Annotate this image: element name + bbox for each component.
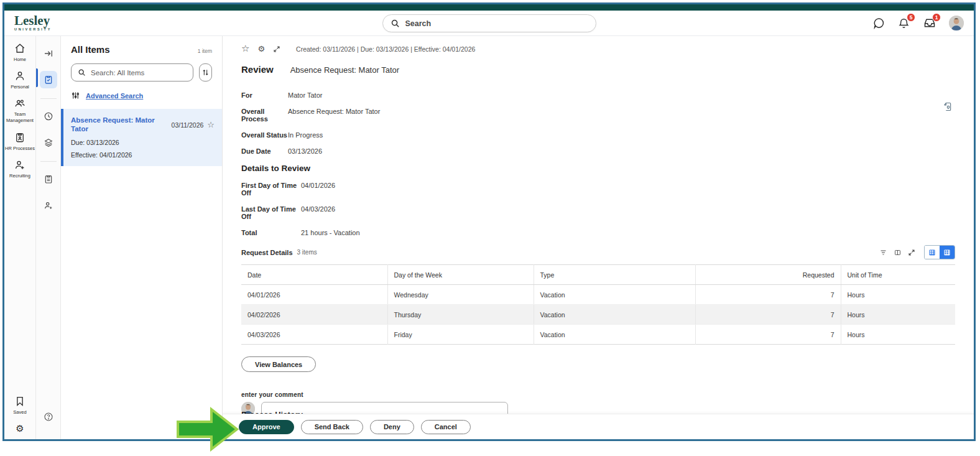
column-header[interactable]: Type	[534, 265, 695, 285]
profile-avatar[interactable]	[949, 16, 964, 30]
chat-icon[interactable]	[872, 17, 885, 29]
filter-icon[interactable]	[879, 249, 887, 256]
column-header[interactable]: Unit of Time	[841, 265, 955, 285]
divider	[40, 161, 57, 162]
details-heading: Details to Review	[241, 164, 955, 173]
field-value: 04/03/2026	[301, 205, 335, 213]
cell-requested: 7	[695, 305, 841, 325]
panel-search[interactable]	[71, 63, 193, 81]
cell-unit: Hours	[841, 325, 955, 345]
divider	[40, 98, 57, 99]
collapse-arrow-icon	[44, 49, 53, 58]
task-meta: Created: 03/11/2026 | Due: 03/13/2026 | …	[296, 45, 475, 53]
compact-grid-button[interactable]	[925, 246, 940, 259]
panel-item-count: 1 item	[198, 48, 212, 54]
inbox-badge: 1	[932, 13, 941, 22]
grid-view-toggle	[924, 245, 955, 259]
field-label: Total	[241, 229, 301, 236]
sidebar-item-recruiting[interactable]: Recruiting	[4, 159, 35, 179]
sidebar-item-saved[interactable]: Saved	[4, 396, 35, 416]
expand-table-icon[interactable]	[908, 249, 915, 256]
home-icon	[14, 43, 25, 54]
clipboard-list-icon	[44, 174, 53, 184]
sidebar-item-home[interactable]: Home	[4, 43, 35, 63]
table-row[interactable]: 04/01/2026 Wednesday Vacation 7 Hours	[241, 285, 955, 305]
tab-recent[interactable]	[40, 108, 57, 125]
expanded-grid-button[interactable]	[940, 246, 955, 259]
team-icon	[14, 98, 25, 109]
clipboard-check-icon	[44, 75, 53, 85]
view-balances-button[interactable]: View Balances	[241, 356, 316, 372]
global-search-input[interactable]	[405, 19, 588, 28]
sliders-icon	[71, 91, 80, 100]
page-subtitle: Absence Request: Mator Tator	[290, 65, 399, 75]
lesley-logo[interactable]: Lesley UNIVERSITY	[14, 14, 52, 32]
grid-icon	[928, 249, 936, 256]
table-title: Request Details	[241, 249, 293, 256]
cell-date: 04/01/2026	[241, 285, 387, 305]
column-header[interactable]: Requested	[695, 265, 841, 285]
field-value: 03/13/2026	[288, 147, 322, 155]
task-item-due: Due: 03/13/2026	[71, 139, 215, 146]
settings-gear-icon[interactable]: ⚙	[16, 423, 24, 434]
app-header: Lesley UNIVERSITY 5 1	[4, 11, 974, 36]
panel-title: All Items	[71, 44, 110, 55]
column-header[interactable]: Day of the Week	[387, 265, 534, 285]
favorite-star-icon[interactable]: ☆	[207, 121, 215, 129]
global-search[interactable]	[382, 14, 596, 32]
sidebar-item-hr-processes[interactable]: HR Processes	[4, 132, 35, 152]
request-details-table: Date Day of the Week Type Requested Unit…	[241, 264, 955, 345]
table-row[interactable]: 04/03/2026 Friday Vacation 7 Hours	[241, 325, 955, 345]
expand-icon[interactable]	[273, 45, 280, 53]
cell-requested: 7	[695, 285, 841, 305]
collapse-panel-button[interactable]	[40, 45, 57, 62]
cell-day: Thursday	[387, 305, 534, 325]
field-label: Last Day of Time Off	[241, 205, 301, 220]
cell-type: Vacation	[534, 285, 695, 305]
field-value: Mator Tator	[288, 91, 322, 99]
field-label: First Day of Time Off	[241, 182, 301, 197]
tab-delegations[interactable]	[40, 197, 57, 214]
bookmark-icon	[14, 396, 25, 407]
field-label: For	[241, 91, 288, 99]
send-back-button[interactable]: Send Back	[301, 420, 363, 434]
approve-button[interactable]: Approve	[239, 420, 294, 434]
comment-label: enter your comment	[241, 391, 955, 398]
notifications-icon[interactable]: 5	[898, 17, 910, 29]
sort-button[interactable]	[199, 63, 212, 81]
column-header[interactable]: Date	[241, 265, 387, 285]
sidebar-item-personal[interactable]: Personal	[4, 70, 35, 90]
notifications-badge: 5	[907, 13, 915, 22]
sidebar-item-team-management[interactable]: Team Management	[4, 98, 35, 124]
help-icon	[44, 412, 53, 422]
cell-type: Vacation	[534, 305, 695, 325]
tab-all-items[interactable]	[40, 71, 57, 88]
task-list-item[interactable]: Absence Request: Mator Tator 03/11/2026 …	[61, 109, 222, 166]
brand-color-strip	[4, 4, 974, 11]
logo-name: Lesley	[14, 14, 52, 27]
task-item-title[interactable]: Absence Request: Mator Tator	[71, 116, 168, 134]
deny-button[interactable]: Deny	[370, 420, 414, 434]
cell-day: Friday	[387, 325, 534, 345]
cancel-button[interactable]: Cancel	[421, 420, 471, 434]
advanced-search-link[interactable]: Advanced Search	[71, 91, 212, 100]
panel-search-input[interactable]	[91, 69, 187, 77]
task-detail-main: ☆ ⚙ Created: 03/11/2026 | Due: 03/13/202…	[223, 36, 974, 439]
person-plus-icon	[14, 159, 25, 170]
task-gear-icon[interactable]: ⚙	[257, 45, 265, 53]
field-value: 21 hours - Vacation	[301, 229, 360, 236]
favorite-star-icon[interactable]: ☆	[241, 44, 249, 54]
table-row[interactable]: 04/02/2026 Thursday Vacation 7 Hours	[241, 305, 955, 325]
field-value: Absence Request: Mator Tator	[288, 108, 380, 115]
inbox-icon[interactable]: 1	[923, 17, 936, 29]
task-guidance-icon[interactable]	[943, 101, 953, 112]
clipboard-person-icon	[14, 132, 25, 143]
cell-date: 04/02/2026	[241, 305, 387, 325]
selected-indicator	[36, 68, 38, 87]
column-settings-icon[interactable]	[894, 249, 902, 256]
tab-archive[interactable]	[40, 170, 57, 188]
help-button[interactable]	[40, 408, 57, 426]
tab-bulk-actions[interactable]	[40, 134, 57, 151]
cell-type: Vacation	[534, 325, 695, 345]
primary-sidebar: Home Personal Team Management HR Process…	[4, 36, 36, 439]
